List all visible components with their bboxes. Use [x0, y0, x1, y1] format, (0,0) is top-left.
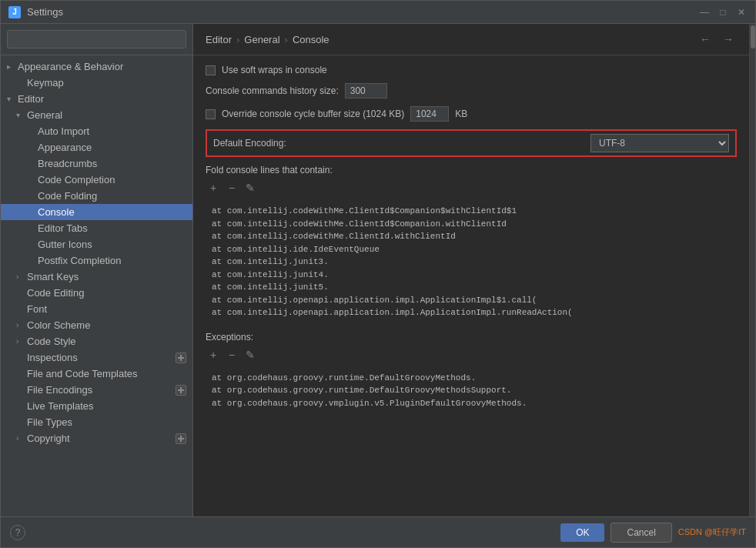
maximize-button[interactable]: □: [717, 6, 729, 18]
titlebar-controls: — □ ✕: [698, 6, 748, 18]
fold-line-4: at com.intellij.ide.IdeEventQueue: [212, 243, 731, 256]
fold-lines-block: at com.intellij.codeWithMe.ClientId$Comp…: [206, 200, 737, 324]
sidebar-item-label: Code Folding: [38, 190, 186, 202]
kb-label: KB: [455, 109, 467, 119]
badge-icon: [176, 433, 186, 444]
sidebar-item-label: Color Scheme: [27, 319, 186, 331]
fold-line-6: at com.intellij.junit4.: [212, 269, 731, 282]
sidebar-item-label: File Encodings: [27, 384, 176, 396]
arrow-icon: ›: [16, 337, 27, 346]
encoding-row: Default Encoding: UTF-8 UTF-16 ISO-8859-…: [206, 129, 737, 157]
soft-wraps-checkbox[interactable]: [206, 65, 216, 75]
sidebar-item-label: Font: [27, 303, 186, 315]
edit-fold-button[interactable]: ✎: [243, 180, 258, 195]
exceptions-toolbar: + − ✎: [206, 347, 737, 363]
breadcrumb-part-general: General: [244, 34, 279, 45]
add-fold-button[interactable]: +: [206, 180, 221, 195]
titlebar: J Settings — □ ✕: [1, 1, 755, 24]
sidebar-item-live-templates[interactable]: Live Templates: [1, 398, 192, 414]
sidebar-item-code-completion[interactable]: Code Completion: [1, 172, 192, 188]
sidebar-item-label: Editor: [18, 93, 186, 105]
sidebar-item-label: Inspections: [27, 352, 176, 363]
minimize-button[interactable]: —: [698, 6, 711, 18]
content-wrapper: Editor › General › Console ← →: [193, 24, 755, 516]
footer-left: ?: [10, 525, 25, 540]
sidebar-item-file-encodings[interactable]: File Encodings: [1, 382, 192, 398]
settings-window: J Settings — □ ✕ ▸ Appearance & Behavior: [0, 0, 756, 548]
sidebar-item-label: Console: [38, 206, 186, 218]
sidebar-item-console[interactable]: Console: [1, 204, 192, 220]
edit-exception-button[interactable]: ✎: [243, 347, 258, 363]
sidebar-item-label: File and Code Templates: [27, 368, 186, 379]
fold-line-9: at com.intellij.openapi.application.impl…: [212, 306, 731, 319]
override-input[interactable]: [410, 106, 449, 122]
sidebar-item-code-folding[interactable]: Code Folding: [1, 188, 192, 204]
sidebar-item-keymap[interactable]: Keymap: [1, 75, 192, 91]
sidebar-item-general[interactable]: ▾ General: [1, 107, 192, 123]
sidebar-item-label: Keymap: [27, 77, 186, 89]
sidebar: ▸ Appearance & Behavior Keymap ▾ Editor …: [1, 24, 193, 516]
svg-rect-5: [180, 436, 182, 442]
svg-rect-3: [180, 387, 182, 393]
scrollbar[interactable]: [749, 24, 755, 516]
sidebar-item-label: Auto Import: [38, 125, 186, 137]
sidebar-item-auto-import[interactable]: Auto Import: [1, 123, 192, 139]
sidebar-item-smart-keys[interactable]: › Smart Keys: [1, 269, 192, 285]
fold-label: Fold console lines that contain:: [206, 165, 737, 175]
arrow-icon: ▾: [7, 95, 18, 103]
settings-tree: ▸ Appearance & Behavior Keymap ▾ Editor …: [1, 55, 192, 516]
window-title: Settings: [27, 6, 698, 18]
fold-toolbar: + − ✎: [206, 180, 737, 195]
history-size-row: Console commands history size:: [206, 83, 737, 99]
soft-wraps-label: Use soft wraps in console: [222, 65, 327, 75]
sidebar-item-editor-tabs[interactable]: Editor Tabs: [1, 220, 192, 236]
sidebar-item-code-style[interactable]: › Code Style: [1, 333, 192, 349]
sidebar-item-breadcrumbs[interactable]: Breadcrumbs: [1, 155, 192, 172]
override-checkbox[interactable]: [206, 109, 216, 119]
sidebar-item-label: Smart Keys: [27, 271, 186, 282]
help-button[interactable]: ?: [10, 525, 25, 540]
add-exception-button[interactable]: +: [206, 347, 221, 363]
sidebar-item-inspections[interactable]: Inspections: [1, 349, 192, 366]
content-header: Editor › General › Console ← →: [193, 24, 749, 55]
sidebar-item-label: Copyright: [27, 433, 176, 444]
search-box: [1, 24, 192, 55]
sidebar-item-editor[interactable]: ▾ Editor: [1, 91, 192, 107]
search-input[interactable]: [7, 30, 186, 48]
sidebar-item-font[interactable]: Font: [1, 301, 192, 317]
sidebar-item-postfix-completion[interactable]: Postfix Completion: [1, 252, 192, 269]
back-arrow[interactable]: ←: [697, 32, 714, 47]
content-body: Use soft wraps in console Console comman…: [193, 55, 749, 516]
sidebar-item-gutter-icons[interactable]: Gutter Icons: [1, 236, 192, 252]
arrow-icon: ›: [16, 272, 27, 281]
watermark: CSDN @旺仔学IT: [678, 526, 746, 538]
forward-arrow[interactable]: →: [720, 32, 737, 47]
sidebar-item-file-code-templates[interactable]: File and Code Templates: [1, 366, 192, 382]
history-input[interactable]: [345, 83, 387, 99]
fold-line-8: at com.intellij.openapi.application.impl…: [212, 294, 731, 307]
sidebar-item-code-editing[interactable]: Code Editing: [1, 285, 192, 301]
footer-right: OK Cancel CSDN @旺仔学IT: [560, 523, 746, 543]
sidebar-item-color-scheme[interactable]: › Color Scheme: [1, 317, 192, 333]
fold-line-7: at com.intellij.junit5.: [212, 281, 731, 294]
remove-exception-button[interactable]: −: [224, 347, 239, 363]
remove-fold-button[interactable]: −: [224, 180, 239, 195]
fold-line-2: at com.intellij.codeWithMe.ClientId$Comp…: [212, 218, 731, 231]
arrow-icon: ▾: [16, 111, 27, 119]
sidebar-item-appearance[interactable]: Appearance: [1, 139, 192, 155]
encoding-select[interactable]: UTF-8 UTF-16 ISO-8859-1 US-ASCII System …: [590, 134, 729, 152]
sidebar-item-copyright[interactable]: › Copyright: [1, 430, 192, 446]
app-icon: J: [8, 6, 21, 18]
encoding-label: Default Encoding:: [213, 138, 584, 149]
exception-line-1: at org.codehaus.groovy.runtime.DefaultGr…: [212, 372, 731, 385]
sidebar-item-appearance-behavior[interactable]: ▸ Appearance & Behavior: [1, 58, 192, 75]
footer: ? OK Cancel CSDN @旺仔学IT: [1, 516, 755, 547]
sidebar-item-file-types[interactable]: File Types: [1, 414, 192, 430]
close-button[interactable]: ✕: [735, 6, 748, 18]
history-label: Console commands history size:: [206, 85, 339, 96]
exceptions-label: Exceptions:: [206, 332, 737, 342]
badge-icon: [176, 385, 186, 396]
sidebar-item-label: Appearance: [38, 142, 186, 153]
ok-button[interactable]: OK: [560, 523, 604, 542]
cancel-button[interactable]: Cancel: [610, 523, 671, 543]
